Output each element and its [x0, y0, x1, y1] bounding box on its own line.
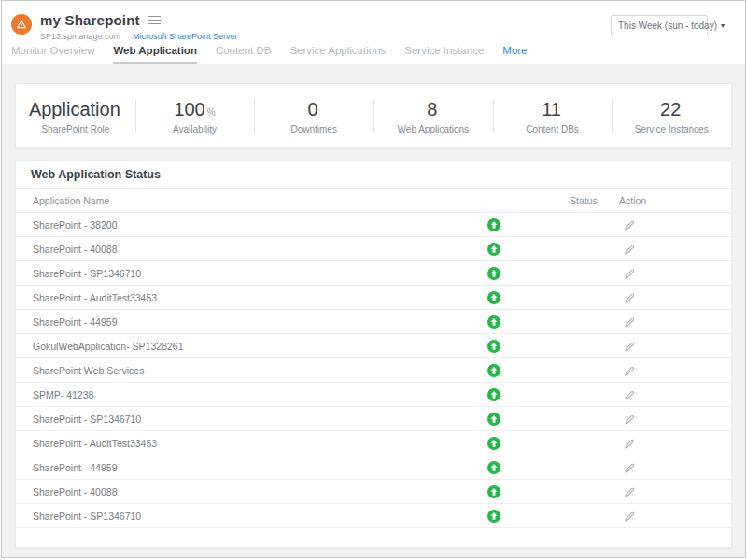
stat-label: Downtimes [254, 124, 374, 134]
stat-downtimes: 0 Downtimes [254, 97, 374, 134]
edit-pencil-icon[interactable] [623, 291, 635, 303]
stat-value: 22 [660, 99, 681, 119]
app-window: my Sharepoint SP13.spmanage.com Microsof… [1, 0, 746, 558]
status-up-icon [487, 461, 500, 474]
status-up-icon [487, 315, 500, 329]
status-up-icon [487, 340, 500, 353]
tab-service-instance[interactable]: Service Instance [404, 45, 484, 64]
application-name: SharePoint - SP1346710 [16, 511, 477, 522]
header: my Sharepoint SP13.spmanage.com Microsof… [2, 1, 745, 41]
time-range-select[interactable]: This Week (sun - today) ▾ [611, 15, 708, 35]
stat-web-applications: 8 Web Applications [374, 97, 493, 134]
stat-content-dbs: 11 Content DBs [493, 97, 613, 134]
application-name: SharePoint - 44959 [16, 462, 477, 473]
column-action: Action [619, 195, 731, 206]
monitor-brand: my Sharepoint SP13.spmanage.com Microsof… [11, 12, 238, 41]
status-up-icon [487, 267, 500, 280]
stat-value: 0 [308, 99, 318, 119]
edit-pencil-icon[interactable] [623, 315, 635, 328]
stat-label: SharePoint Role [16, 124, 135, 134]
table-row: SharePoint - SP1346710 [16, 504, 731, 528]
table-header-row: Application Name Status Action [16, 189, 731, 213]
server-type-link[interactable]: Microsoft SharePoint Server [133, 32, 238, 41]
status-up-icon [487, 437, 500, 450]
stat-label: Availability [135, 124, 255, 134]
edit-pencil-icon[interactable] [623, 510, 635, 522]
time-range-value: This Week (sun - today) [618, 21, 717, 31]
table-row: SharePoint - 44959 [16, 310, 731, 334]
stat-value: 8 [427, 99, 437, 119]
table-row: SPMP- 41238 [16, 383, 731, 407]
table-row: GokulWebApplication- SP1328261 [16, 334, 731, 358]
table-row: SharePoint Web Services [16, 358, 731, 383]
column-status: Status [570, 195, 619, 206]
status-up-icon [487, 510, 500, 523]
edit-pencil-icon[interactable] [623, 437, 635, 449]
table-row: SharePoint - AuditTest33453 [16, 286, 731, 310]
status-up-icon [487, 218, 500, 231]
edit-pencil-icon[interactable] [623, 461, 635, 473]
application-name: SharePoint - SP1346710 [16, 413, 477, 425]
table-row: SharePoint - AuditTest33453 [16, 431, 731, 455]
table-row: SharePoint - SP1346710 [16, 407, 731, 431]
tab-web-application[interactable]: Web Application [113, 45, 196, 64]
stat-label: Service Instances [612, 124, 731, 134]
stat-value: Application [29, 99, 120, 119]
edit-pencil-icon[interactable] [623, 413, 635, 425]
status-up-icon [487, 388, 500, 401]
edit-pencil-icon[interactable] [623, 267, 635, 279]
table-row: SharePoint - 38200 [16, 213, 731, 237]
stat-availability: 100% Availability [135, 97, 255, 134]
table-row: SharePoint - 44959 [16, 455, 731, 480]
edit-pencil-icon[interactable] [623, 364, 635, 376]
stat-value: 11 [542, 99, 561, 119]
status-up-icon [487, 243, 500, 256]
application-name: SharePoint - 40088 [16, 486, 477, 497]
web-application-status-card: Web Application Status Application Name … [15, 160, 732, 548]
stat-label: Web Applications [374, 124, 493, 134]
summary-stats-card: Application SharePoint Role 100% Availab… [15, 83, 732, 148]
application-name: GokulWebApplication- SP1328261 [16, 341, 477, 352]
edit-pencil-icon[interactable] [623, 218, 635, 231]
stat-label: Content DBs [493, 124, 613, 134]
application-name: SharePoint - AuditTest33453 [16, 438, 477, 449]
stat-service-instances: 22 Service Instances [612, 97, 731, 134]
status-up-icon [487, 413, 500, 426]
application-name: SharePoint - AuditTest33453 [16, 292, 477, 303]
application-name: SharePoint - 38200 [16, 219, 477, 231]
table-row: SharePoint - 40088 [16, 237, 731, 261]
menu-icon[interactable] [148, 16, 161, 24]
application-name: SharePoint - 44959 [16, 316, 477, 328]
edit-pencil-icon[interactable] [623, 485, 635, 497]
tab-monitor-overview[interactable]: Monitor Overview [11, 45, 94, 64]
application-name: SharePoint - 40088 [16, 244, 477, 255]
status-up-icon [487, 291, 500, 304]
table-body: SharePoint - 38200 SharePoint - 40088 [16, 213, 731, 528]
status-up-icon [487, 364, 500, 377]
warning-triangle-icon [15, 18, 28, 31]
tab-content-db[interactable]: Content DB [216, 45, 271, 64]
page-content: Application SharePoint Role 100% Availab… [2, 64, 745, 558]
brand-text: my Sharepoint SP13.spmanage.com Microsof… [40, 12, 238, 41]
edit-pencil-icon[interactable] [623, 388, 635, 400]
status-up-icon [487, 485, 500, 498]
table-row: SharePoint - SP1346710 [16, 261, 731, 286]
stat-sharepoint-role: Application SharePoint Role [16, 97, 135, 134]
edit-pencil-icon[interactable] [623, 243, 635, 255]
card-title: Web Application Status [16, 161, 731, 189]
table-row: SharePoint - 40088 [16, 480, 731, 504]
chevron-down-icon: ▾ [721, 21, 725, 30]
application-name: SharePoint - SP1346710 [16, 268, 477, 279]
application-name: SPMP- 41238 [16, 389, 477, 400]
tab-more[interactable]: More [502, 45, 527, 64]
column-application-name: Application Name [16, 195, 477, 206]
tab-service-applications[interactable]: Service Applications [289, 45, 386, 64]
host-name: SP13.spmanage.com [40, 32, 120, 41]
stat-unit: % [207, 107, 216, 118]
monitor-type-icon [11, 14, 32, 35]
tab-bar: Monitor Overview Web Application Content… [2, 45, 745, 64]
application-name: SharePoint Web Services [16, 365, 477, 376]
edit-pencil-icon[interactable] [623, 340, 635, 352]
page-title: my Sharepoint [40, 12, 140, 28]
stat-value: 100 [174, 99, 204, 119]
